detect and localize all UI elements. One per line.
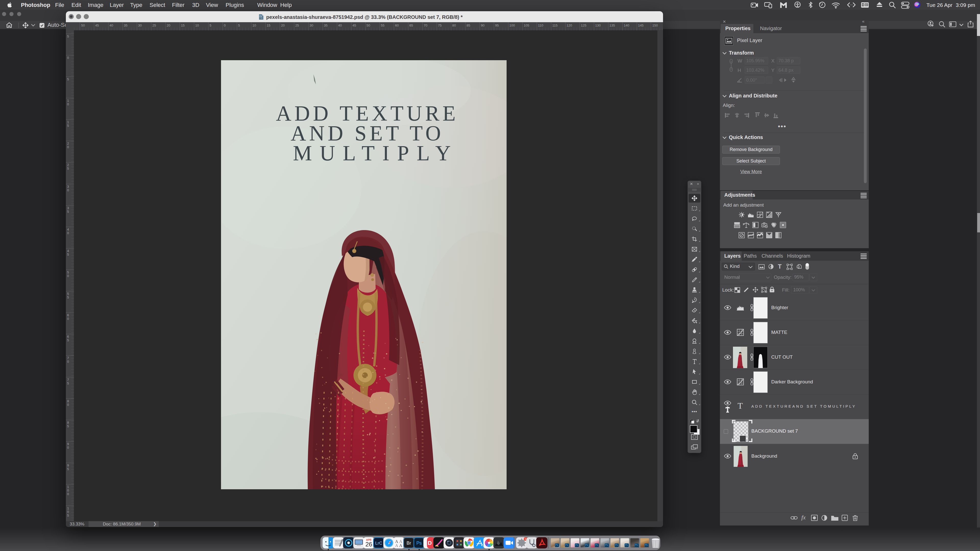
svg-text:D: D [428, 540, 432, 546]
svg-text:Br: Br [407, 540, 411, 546]
svg-text:A: A [399, 543, 402, 548]
svg-text:26: 26 [366, 541, 372, 548]
svg-text:A: A [395, 543, 398, 548]
svg-text:PSD: PSD [260, 17, 262, 19]
svg-text:A: A [399, 539, 402, 544]
svg-text:LrC: LrC [375, 541, 382, 546]
svg-text:A: A [395, 539, 398, 544]
svg-text:Ps: Ps [259, 15, 262, 17]
svg-text:Ps: Ps [416, 540, 422, 546]
svg-text:MULTIPLY: MULTIPLY [293, 141, 458, 165]
